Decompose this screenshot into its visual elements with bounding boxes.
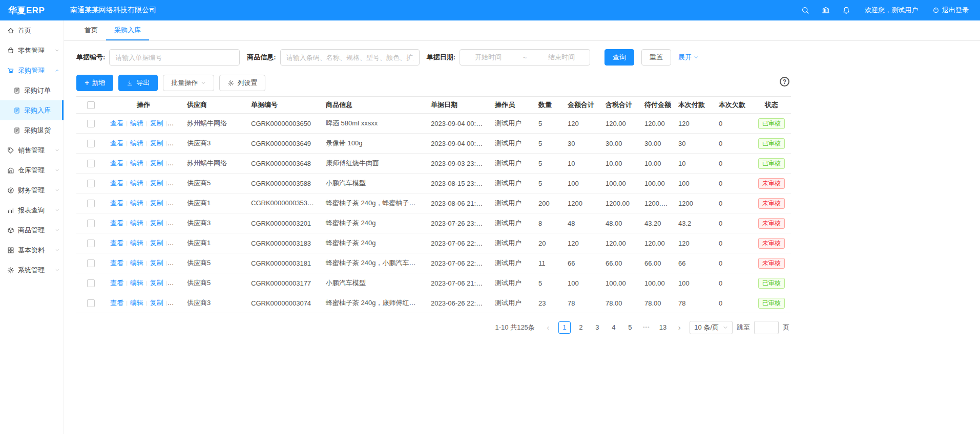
select-all-checkbox[interactable]	[87, 101, 95, 109]
sidebar-item-home[interactable]: 首页	[0, 20, 64, 40]
tax-total-cell: 120.00	[600, 233, 639, 253]
search-icon[interactable]	[801, 6, 809, 14]
tab-purchase-in[interactable]: 采购入库	[106, 20, 149, 40]
view-link[interactable]: 查看	[110, 279, 123, 287]
link-separator: |	[126, 160, 128, 166]
bill-no-input[interactable]	[109, 49, 240, 66]
edit-link[interactable]: 编辑	[130, 119, 143, 127]
export-button[interactable]: 导出	[118, 75, 158, 91]
sidebar-item-finance[interactable]: 财务管理	[0, 180, 64, 200]
header-right: 欢迎您，测试用户 退出登录	[789, 6, 980, 15]
edit-link[interactable]: 编辑	[130, 219, 143, 227]
row-checkbox[interactable]	[87, 140, 95, 147]
edit-link[interactable]: 编辑	[130, 239, 143, 247]
copy-link[interactable]: 复制	[150, 259, 163, 267]
to-pay-cell: 120.00	[639, 114, 673, 134]
sidebar-subitem-purchase-order[interactable]: 采购订单	[0, 80, 64, 100]
view-link[interactable]: 查看	[110, 119, 123, 127]
row-checkbox[interactable]	[87, 240, 95, 247]
row-checkbox[interactable]	[87, 299, 95, 307]
page-button-2[interactable]: 2	[575, 321, 587, 334]
copy-link[interactable]: 复制	[150, 119, 163, 127]
copy-link[interactable]: 复制	[150, 279, 163, 287]
sidebar-item-goods[interactable]: 商品管理	[0, 220, 64, 240]
qty-cell: 11	[533, 253, 562, 273]
checkbox-cell	[76, 233, 105, 253]
edit-link[interactable]: 编辑	[130, 139, 143, 147]
prev-page-button[interactable]: ‹	[542, 321, 554, 334]
column-settings-button[interactable]: 列设置	[219, 75, 265, 91]
tab-home[interactable]: 首页	[76, 20, 106, 40]
sidebar-item-report[interactable]: 报表查询	[0, 200, 64, 220]
view-link[interactable]: 查看	[110, 159, 123, 167]
edit-link[interactable]: 编辑	[130, 299, 143, 307]
sidebar-item-system[interactable]: 系统管理	[0, 260, 64, 280]
copy-link[interactable]: 复制	[150, 299, 163, 307]
edit-link[interactable]: 编辑	[130, 279, 143, 287]
page-ellipsis[interactable]: •••	[640, 321, 653, 334]
row-checkbox[interactable]	[87, 180, 95, 187]
status-badge: 未审核	[758, 198, 785, 209]
bell-icon[interactable]	[842, 6, 850, 14]
copy-link[interactable]: 复制	[150, 139, 163, 147]
expand-link[interactable]: 展开	[678, 53, 699, 62]
link-separator: |	[166, 200, 168, 206]
copy-link[interactable]: 复制	[150, 239, 163, 247]
date-range-picker[interactable]: 开始时间 ~ 结束时间	[460, 49, 590, 66]
page-button-1[interactable]: 1	[558, 321, 571, 334]
add-button[interactable]: +新增	[76, 75, 113, 91]
warehouse-icon	[7, 167, 14, 174]
table-body: 查看|编辑|复制|删除苏州蜗牛网络CGRK00000003650啤酒 580ml…	[76, 114, 791, 313]
bill-date-cell: 2023-07-26 23:07:18	[426, 213, 490, 233]
search-button[interactable]: 查询	[604, 49, 634, 66]
view-link[interactable]: 查看	[110, 259, 123, 267]
view-link[interactable]: 查看	[110, 139, 123, 147]
view-link[interactable]: 查看	[110, 179, 123, 187]
copy-link[interactable]: 复制	[150, 219, 163, 227]
reset-button[interactable]: 重置	[641, 49, 671, 66]
next-page-button[interactable]: ›	[673, 321, 685, 334]
row-checkbox[interactable]	[87, 279, 95, 287]
sidebar-item-warehouse[interactable]: 仓库管理	[0, 160, 64, 180]
page-button-3[interactable]: 3	[591, 321, 603, 334]
page-button-4[interactable]: 4	[608, 321, 620, 334]
view-link[interactable]: 查看	[110, 199, 123, 207]
edit-link[interactable]: 编辑	[130, 199, 143, 207]
bank-icon[interactable]	[822, 6, 830, 14]
page-button-5[interactable]: 5	[624, 321, 636, 334]
checkbox-cell	[76, 213, 105, 233]
page-button-13[interactable]: 13	[657, 321, 669, 334]
view-link[interactable]: 查看	[110, 219, 123, 227]
sidebar-subitem-purchase-in[interactable]: 采购入库	[0, 100, 64, 120]
copy-link[interactable]: 复制	[150, 179, 163, 187]
jump-page-input[interactable]	[754, 321, 779, 334]
row-checkbox[interactable]	[87, 259, 95, 267]
sidebar-subitem-purchase-return[interactable]: 采购退货	[0, 120, 64, 140]
sidebar-item-retail[interactable]: 零售管理	[0, 40, 64, 60]
row-checkbox[interactable]	[87, 220, 95, 227]
product-info-input[interactable]	[280, 49, 420, 66]
logout-button[interactable]: 退出登录	[932, 6, 969, 15]
help-icon[interactable]: ?	[780, 77, 789, 86]
tax-total-cell: 48.00	[600, 213, 639, 233]
copy-link[interactable]: 复制	[150, 159, 163, 167]
page-size-select[interactable]: 10 条/页	[690, 321, 733, 334]
sidebar-item-base[interactable]: 基本资料	[0, 240, 64, 260]
view-link[interactable]: 查看	[110, 239, 123, 247]
edit-link[interactable]: 编辑	[130, 259, 143, 267]
batch-operations-button[interactable]: 批量操作	[163, 75, 214, 91]
link-separator: |	[166, 220, 168, 226]
qty-cell: 200	[533, 193, 562, 213]
view-link[interactable]: 查看	[110, 299, 123, 307]
edit-link[interactable]: 编辑	[130, 179, 143, 187]
sidebar-item-purchase[interactable]: 采购管理	[0, 60, 64, 80]
sidebar-item-sales[interactable]: 销售管理	[0, 140, 64, 160]
copy-link[interactable]: 复制	[150, 199, 163, 207]
table-row: 查看|编辑|复制|删除苏州蜗牛网络CGRK00000003648康师傅红烧牛肉面…	[76, 154, 791, 173]
row-checkbox[interactable]	[87, 160, 95, 167]
edit-link[interactable]: 编辑	[130, 159, 143, 167]
row-checkbox[interactable]	[87, 200, 95, 207]
supplier-cell: 苏州蜗牛网络	[182, 114, 246, 134]
row-checkbox[interactable]	[87, 120, 95, 127]
link-separator: |	[126, 200, 128, 206]
